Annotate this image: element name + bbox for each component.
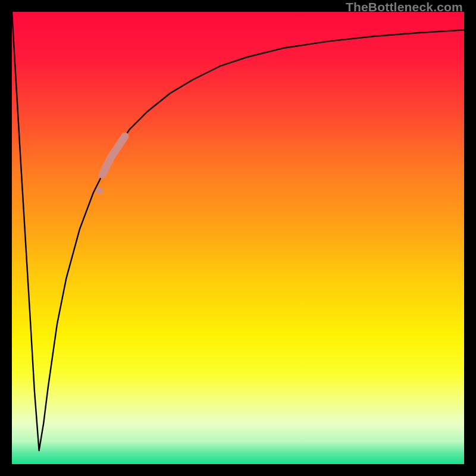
chart-stage: TheBottleneck.com <box>0 0 476 476</box>
curve-layer <box>12 12 464 464</box>
annotation-blob <box>102 136 125 175</box>
watermark-text: TheBottleneck.com <box>346 0 463 14</box>
plot-area <box>12 12 464 464</box>
annotation-blob-dot <box>96 187 103 194</box>
bottleneck-curve-path <box>12 12 464 450</box>
